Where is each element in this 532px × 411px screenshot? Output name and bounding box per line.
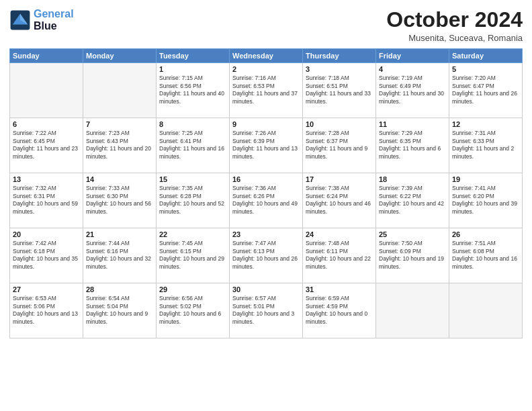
day-cell: 31Sunrise: 6:59 AMSunset: 4:59 PMDayligh…	[303, 283, 376, 338]
day-cell: 7Sunrise: 7:23 AMSunset: 6:43 PMDaylight…	[83, 118, 157, 173]
day-cell: 25Sunrise: 7:50 AMSunset: 6:09 PMDayligh…	[376, 228, 449, 283]
title-block: October 2024 Musenita, Suceava, Romania	[386, 8, 523, 43]
day-number: 5	[452, 65, 519, 73]
month-title: October 2024	[386, 8, 523, 32]
header-monday: Monday	[83, 49, 157, 63]
day-info: Sunrise: 7:15 AMSunset: 6:56 PMDaylight:…	[159, 75, 226, 105]
day-number: 22	[159, 230, 226, 238]
day-cell: 8Sunrise: 7:25 AMSunset: 6:41 PMDaylight…	[157, 118, 230, 173]
day-number: 23	[232, 230, 300, 238]
day-info: Sunrise: 7:48 AMSunset: 6:11 PMDaylight:…	[306, 240, 373, 271]
day-cell: 26Sunrise: 7:51 AMSunset: 6:08 PMDayligh…	[449, 228, 523, 283]
day-cell: 27Sunrise: 6:53 AMSunset: 5:06 PMDayligh…	[10, 283, 83, 338]
day-number: 4	[379, 65, 446, 73]
day-cell: 20Sunrise: 7:42 AMSunset: 6:18 PMDayligh…	[10, 228, 83, 283]
day-cell: 28Sunrise: 6:54 AMSunset: 5:04 PMDayligh…	[83, 283, 157, 338]
logo-icon	[9, 9, 31, 31]
day-info: Sunrise: 7:39 AMSunset: 6:22 PMDaylight:…	[379, 185, 446, 216]
day-number: 31	[306, 285, 373, 293]
day-info: Sunrise: 7:42 AMSunset: 6:18 PMDaylight:…	[13, 240, 80, 271]
day-number: 13	[13, 175, 80, 183]
day-info: Sunrise: 6:53 AMSunset: 5:06 PMDaylight:…	[13, 295, 80, 326]
day-info: Sunrise: 7:35 AMSunset: 6:28 PMDaylight:…	[159, 185, 226, 216]
day-number: 18	[379, 175, 446, 183]
day-cell: 10Sunrise: 7:28 AMSunset: 6:37 PMDayligh…	[303, 118, 376, 173]
day-info: Sunrise: 7:16 AMSunset: 6:53 PMDaylight:…	[232, 75, 300, 105]
day-number: 20	[13, 230, 80, 238]
day-info: Sunrise: 7:23 AMSunset: 6:43 PMDaylight:…	[86, 130, 153, 161]
day-number: 27	[13, 285, 80, 293]
week-row-4: 20Sunrise: 7:42 AMSunset: 6:18 PMDayligh…	[10, 228, 523, 283]
day-cell: 13Sunrise: 7:32 AMSunset: 6:31 PMDayligh…	[10, 173, 83, 228]
day-info: Sunrise: 7:38 AMSunset: 6:24 PMDaylight:…	[306, 185, 373, 216]
day-cell	[376, 283, 449, 338]
day-info: Sunrise: 7:28 AMSunset: 6:37 PMDaylight:…	[306, 130, 373, 161]
day-cell: 1Sunrise: 7:15 AMSunset: 6:56 PMDaylight…	[157, 63, 230, 118]
header-friday: Friday	[376, 49, 449, 63]
day-number: 21	[86, 230, 153, 238]
day-info: Sunrise: 7:31 AMSunset: 6:33 PMDaylight:…	[452, 130, 519, 161]
day-cell: 15Sunrise: 7:35 AMSunset: 6:28 PMDayligh…	[157, 173, 230, 228]
day-cell: 14Sunrise: 7:33 AMSunset: 6:30 PMDayligh…	[83, 173, 157, 228]
header-sunday: Sunday	[10, 49, 83, 63]
week-row-3: 13Sunrise: 7:32 AMSunset: 6:31 PMDayligh…	[10, 173, 523, 228]
header-wednesday: Wednesday	[230, 49, 303, 63]
day-number: 10	[306, 120, 373, 128]
day-cell: 29Sunrise: 6:56 AMSunset: 5:02 PMDayligh…	[157, 283, 230, 338]
day-info: Sunrise: 7:45 AMSunset: 6:15 PMDaylight:…	[159, 240, 226, 271]
day-number: 8	[159, 120, 226, 128]
day-cell: 12Sunrise: 7:31 AMSunset: 6:33 PMDayligh…	[449, 118, 523, 173]
day-info: Sunrise: 7:47 AMSunset: 6:13 PMDaylight:…	[232, 240, 300, 271]
day-number: 25	[379, 230, 446, 238]
day-number: 15	[159, 175, 226, 183]
day-cell: 19Sunrise: 7:41 AMSunset: 6:20 PMDayligh…	[449, 173, 523, 228]
day-number: 12	[452, 120, 519, 128]
day-cell	[449, 283, 523, 338]
day-cell: 16Sunrise: 7:36 AMSunset: 6:26 PMDayligh…	[230, 173, 303, 228]
day-cell: 22Sunrise: 7:45 AMSunset: 6:15 PMDayligh…	[157, 228, 230, 283]
logo-general: General	[34, 8, 74, 19]
day-cell: 3Sunrise: 7:18 AMSunset: 6:51 PMDaylight…	[303, 63, 376, 118]
day-cell: 23Sunrise: 7:47 AMSunset: 6:13 PMDayligh…	[230, 228, 303, 283]
day-number: 17	[306, 175, 373, 183]
logo-text: General Blue	[34, 8, 74, 32]
day-info: Sunrise: 7:44 AMSunset: 6:16 PMDaylight:…	[86, 240, 153, 271]
day-cell: 2Sunrise: 7:16 AMSunset: 6:53 PMDaylight…	[230, 63, 303, 118]
calendar-table: SundayMondayTuesdayWednesdayThursdayFrid…	[9, 48, 523, 338]
header: General Blue October 2024 Musenita, Suce…	[9, 8, 523, 43]
day-info: Sunrise: 7:19 AMSunset: 6:49 PMDaylight:…	[379, 75, 446, 105]
day-info: Sunrise: 6:56 AMSunset: 5:02 PMDaylight:…	[159, 295, 226, 326]
day-info: Sunrise: 7:26 AMSunset: 6:39 PMDaylight:…	[232, 130, 300, 161]
day-info: Sunrise: 7:41 AMSunset: 6:20 PMDaylight:…	[452, 185, 519, 216]
header-thursday: Thursday	[303, 49, 376, 63]
day-info: Sunrise: 6:59 AMSunset: 4:59 PMDaylight:…	[306, 295, 373, 326]
day-cell	[83, 63, 157, 118]
day-cell: 17Sunrise: 7:38 AMSunset: 6:24 PMDayligh…	[303, 173, 376, 228]
day-number: 24	[306, 230, 373, 238]
header-row: SundayMondayTuesdayWednesdayThursdayFrid…	[10, 49, 523, 63]
day-number: 3	[306, 65, 373, 73]
logo-blue: Blue	[34, 20, 74, 32]
day-number: 1	[159, 65, 226, 73]
day-info: Sunrise: 7:18 AMSunset: 6:51 PMDaylight:…	[306, 75, 373, 105]
page: General Blue October 2024 Musenita, Suce…	[0, 0, 532, 411]
day-number: 26	[452, 230, 519, 238]
day-cell: 5Sunrise: 7:20 AMSunset: 6:47 PMDaylight…	[449, 63, 523, 118]
day-info: Sunrise: 7:33 AMSunset: 6:30 PMDaylight:…	[86, 185, 153, 216]
day-number: 11	[379, 120, 446, 128]
day-info: Sunrise: 7:29 AMSunset: 6:35 PMDaylight:…	[379, 130, 446, 161]
day-cell: 21Sunrise: 7:44 AMSunset: 6:16 PMDayligh…	[83, 228, 157, 283]
day-cell: 9Sunrise: 7:26 AMSunset: 6:39 PMDaylight…	[230, 118, 303, 173]
day-info: Sunrise: 7:20 AMSunset: 6:47 PMDaylight:…	[452, 75, 519, 105]
day-number: 19	[452, 175, 519, 183]
header-tuesday: Tuesday	[157, 49, 230, 63]
day-number: 29	[159, 285, 226, 293]
day-cell: 6Sunrise: 7:22 AMSunset: 6:45 PMDaylight…	[10, 118, 83, 173]
day-number: 9	[232, 120, 300, 128]
day-info: Sunrise: 7:36 AMSunset: 6:26 PMDaylight:…	[232, 185, 300, 216]
day-number: 28	[86, 285, 153, 293]
day-number: 30	[232, 285, 300, 293]
day-info: Sunrise: 7:32 AMSunset: 6:31 PMDaylight:…	[13, 185, 80, 216]
day-info: Sunrise: 6:54 AMSunset: 5:04 PMDaylight:…	[86, 295, 153, 326]
day-number: 16	[232, 175, 300, 183]
